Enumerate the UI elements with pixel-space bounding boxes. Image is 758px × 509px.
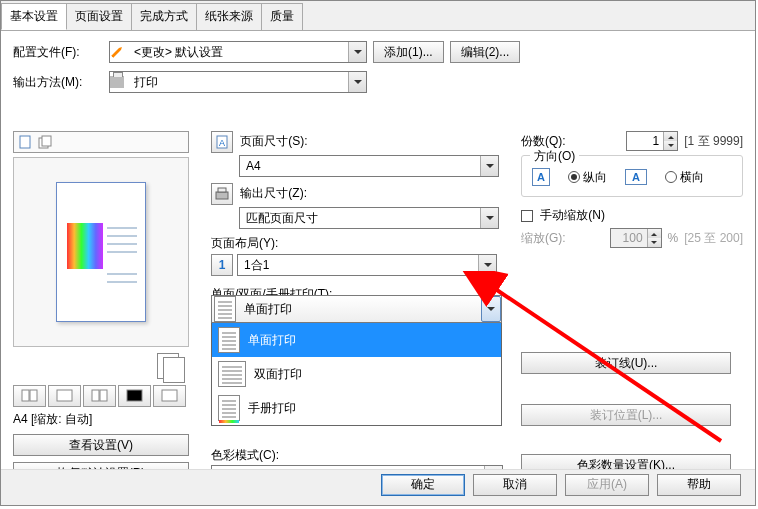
duplex-option-label: 单面打印 <box>248 332 296 349</box>
duplex-option-booklet[interactable]: 手册打印 <box>212 391 501 425</box>
profile-combo[interactable]: <更改> 默认设置 <box>109 41 367 63</box>
tab-quality[interactable]: 质量 <box>261 3 303 30</box>
dialog-button-bar: 确定 取消 应用(A) 帮助 <box>1 469 755 499</box>
duplex-option-single[interactable]: 单面打印 <box>212 323 501 357</box>
preview-mode-bar <box>13 131 189 153</box>
profile-value: <更改> 默认设置 <box>128 44 348 61</box>
svg-rect-14 <box>218 188 226 192</box>
layout-option-4[interactable] <box>118 385 151 407</box>
landscape-icon: A <box>625 169 647 185</box>
svg-rect-3 <box>22 390 29 401</box>
page-stack-icon[interactable] <box>38 135 54 149</box>
page-size-label: 页面尺寸(S): <box>240 134 307 148</box>
tab-panel-basic: 配置文件(F): <更改> 默认设置 添加(1)... 编辑(2)... 输出方… <box>1 31 755 481</box>
copies-value: 1 <box>627 134 663 148</box>
scaling-spinner: 100 <box>610 228 662 248</box>
manual-scale-label: 手动缩放(N) <box>540 208 605 222</box>
scaling-value: 100 <box>611 231 647 245</box>
scaling-range: [25 至 200] <box>684 230 743 247</box>
output-size-value: 匹配页面尺寸 <box>240 210 480 227</box>
tab-bar: 基本设置 页面设置 完成方式 纸张来源 质量 <box>1 1 755 31</box>
svg-rect-7 <box>100 390 107 401</box>
chevron-down-icon <box>348 72 366 92</box>
edit-profile-button[interactable]: 编辑(2)... <box>450 41 521 63</box>
preview-status: A4 [缩放: 自动] <box>13 411 193 428</box>
chevron-down-icon <box>480 208 498 228</box>
orientation-group: 方向(O) A 纵向 A 横向 <box>521 155 743 197</box>
ok-button[interactable]: 确定 <box>381 474 465 496</box>
duplex-option-list: 单面打印 双面打印 手册打印 <box>211 323 502 426</box>
svg-rect-10 <box>162 390 177 401</box>
copies-label: 份数(Q): <box>521 133 566 150</box>
spin-down-icon[interactable] <box>664 141 677 150</box>
pencil-icon <box>107 42 127 62</box>
page-portrait-icon[interactable] <box>18 135 34 149</box>
portrait-icon: A <box>532 168 550 186</box>
spin-down-icon <box>648 238 661 247</box>
spin-up-icon <box>648 229 661 238</box>
layout-option-5[interactable] <box>153 385 186 407</box>
binding-position-button: 装订位置(L)... <box>521 404 731 426</box>
tab-finishing[interactable]: 完成方式 <box>131 3 197 30</box>
duplex-option-label: 双面打印 <box>254 366 302 383</box>
output-method-value: 打印 <box>128 74 348 91</box>
booklet-icon <box>218 395 240 421</box>
single-page-icon <box>214 296 236 322</box>
tab-paper-source[interactable]: 纸张来源 <box>196 3 262 30</box>
layout-option-3[interactable] <box>83 385 116 407</box>
manual-scale-checkbox[interactable] <box>521 210 533 222</box>
chevron-down-icon <box>480 156 498 176</box>
color-sample-icon <box>67 223 103 269</box>
printer-icon <box>110 76 124 88</box>
page-size-combo[interactable]: A4 <box>239 155 499 177</box>
portrait-radio[interactable] <box>568 171 580 183</box>
svg-rect-5 <box>57 390 72 401</box>
page-size-value: A4 <box>240 159 480 173</box>
chevron-down-icon <box>478 255 496 275</box>
view-settings-button[interactable]: 查看设置(V) <box>13 434 189 456</box>
chevron-down-icon[interactable] <box>481 296 501 322</box>
output-method-label: 输出方法(M): <box>13 74 103 91</box>
add-profile-button[interactable]: 添加(1)... <box>373 41 444 63</box>
tab-page-setup[interactable]: 页面设置 <box>66 3 132 30</box>
duplex-combo[interactable]: 单面打印 <box>211 295 502 323</box>
output-method-combo[interactable]: 打印 <box>109 71 367 93</box>
svg-rect-13 <box>216 192 228 199</box>
duplex-option-double[interactable]: 双面打印 <box>212 357 501 391</box>
scaling-label: 缩放(G): <box>521 230 566 247</box>
duplex-option-label: 手册打印 <box>248 400 296 417</box>
layout-option-1[interactable] <box>13 385 46 407</box>
portrait-label: 纵向 <box>583 170 607 184</box>
tab-basic[interactable]: 基本设置 <box>1 3 67 30</box>
profile-label: 配置文件(F): <box>13 44 103 61</box>
multi-page-icon <box>157 353 191 383</box>
page-size-icon: A <box>211 131 233 153</box>
layout-combo[interactable]: 1合1 <box>237 254 497 276</box>
chevron-down-icon <box>348 42 366 62</box>
output-size-label: 输出尺寸(Z): <box>240 186 307 200</box>
spin-up-icon[interactable] <box>664 132 677 141</box>
svg-text:A: A <box>219 138 225 148</box>
page-preview <box>13 157 189 347</box>
output-size-icon <box>211 183 233 205</box>
binding-line-button[interactable]: 装订线(U)... <box>521 352 731 374</box>
copies-range: [1 至 9999] <box>684 133 743 150</box>
orientation-label: 方向(O) <box>530 148 579 165</box>
double-page-icon <box>218 361 246 387</box>
layout-icon[interactable]: 1 <box>211 254 233 276</box>
copies-spinner[interactable]: 1 <box>626 131 678 151</box>
svg-rect-6 <box>92 390 99 401</box>
color-mode-label: 色彩模式(C): <box>211 447 279 464</box>
layout-label: 页面布局(Y): <box>211 235 507 252</box>
svg-rect-0 <box>20 136 30 148</box>
layout-value: 1合1 <box>238 257 478 274</box>
layout-option-2[interactable] <box>48 385 81 407</box>
duplex-dropdown: 单面打印 单面打印 双面打印 手册打印 <box>211 295 502 426</box>
cancel-button[interactable]: 取消 <box>473 474 557 496</box>
output-size-combo[interactable]: 匹配页面尺寸 <box>239 207 499 229</box>
apply-button: 应用(A) <box>565 474 649 496</box>
help-button[interactable]: 帮助 <box>657 474 741 496</box>
page-thumbnail <box>56 182 146 322</box>
landscape-label: 横向 <box>680 170 704 184</box>
landscape-radio[interactable] <box>665 171 677 183</box>
